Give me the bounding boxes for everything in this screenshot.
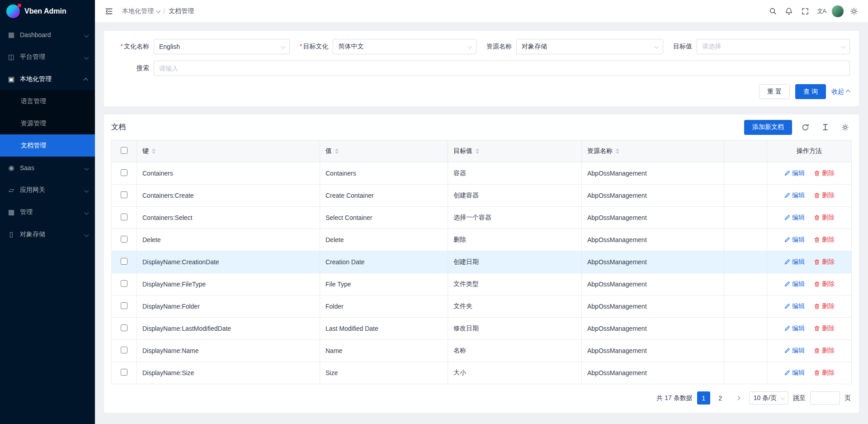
sidebar-item-localization[interactable]: ▣ 本地化管理 (0, 68, 95, 90)
edit-button[interactable]: 编辑 (784, 369, 805, 377)
delete-button[interactable]: 删除 (814, 369, 835, 377)
sidebar-item-gateway[interactable]: ▱ 应用网关 (0, 179, 95, 201)
delete-button[interactable]: 删除 (814, 191, 835, 200)
target-value-select[interactable]: 请选择 (697, 39, 850, 54)
chevron-down-icon (85, 209, 88, 216)
cell-target: 删除 (448, 229, 582, 251)
row-checkbox[interactable] (121, 324, 127, 331)
edit-button[interactable]: 编辑 (784, 347, 805, 355)
edit-button[interactable]: 编辑 (784, 280, 805, 288)
sidebar-item-saas[interactable]: ◉ Saas (0, 157, 95, 179)
cell-target: 文件夹 (448, 295, 582, 318)
documents-table: 键 值 目标值 资源名称 操作方法 (111, 140, 852, 384)
translate-icon[interactable]: 文A (815, 5, 828, 18)
sidebar-collapse-icon[interactable] (102, 5, 116, 18)
edit-button[interactable]: 编辑 (784, 324, 805, 333)
delete-button[interactable]: 删除 (814, 324, 835, 333)
next-page-button[interactable] (731, 391, 745, 405)
delete-button[interactable]: 删除 (814, 169, 835, 177)
row-checkbox[interactable] (121, 236, 127, 243)
table-row: DisplayName:Name Name 名称 AbpOssManagemen… (112, 340, 852, 362)
trash-icon (814, 348, 820, 354)
chevron-up-icon (85, 76, 88, 83)
row-checkbox[interactable] (121, 169, 127, 176)
table-header-row: 键 值 目标值 资源名称 操作方法 (112, 140, 852, 162)
row-checkbox[interactable] (121, 369, 127, 376)
sidebar-item-label: 应用网关 (20, 186, 45, 194)
delete-button[interactable]: 删除 (814, 280, 835, 288)
sort-icon[interactable] (616, 148, 619, 154)
delete-button[interactable]: 删除 (814, 347, 835, 355)
trash-icon (814, 303, 820, 310)
object-storage-icon: ▯ (7, 230, 15, 238)
management-icon: ▩ (7, 208, 15, 216)
row-checkbox[interactable] (121, 191, 127, 198)
edit-button[interactable]: 编辑 (784, 258, 805, 266)
refresh-icon[interactable] (798, 120, 812, 134)
app-root: Vben Admin ▦ Dashboard ◫ 平台管理 ▣ 本地化管理 语言… (0, 0, 868, 424)
culture-name-value: English (159, 43, 180, 50)
collapse-button[interactable]: 收起 (831, 88, 850, 96)
row-checkbox[interactable] (121, 280, 127, 287)
column-settings-gear-icon[interactable] (838, 120, 852, 134)
sort-icon[interactable] (335, 148, 339, 154)
column-header-target[interactable]: 目标值 (448, 140, 582, 162)
delete-button[interactable]: 删除 (814, 258, 835, 266)
sidebar-item-dashboard[interactable]: ▦ Dashboard (0, 24, 95, 46)
column-header-value[interactable]: 值 (320, 140, 448, 162)
edit-button[interactable]: 编辑 (784, 169, 805, 177)
page-buttons: 12 (697, 391, 727, 405)
notification-bell-icon[interactable] (782, 5, 796, 18)
row-select-cell (112, 251, 137, 273)
pencil-icon (784, 192, 790, 199)
row-checkbox[interactable] (121, 302, 127, 309)
delete-button[interactable]: 删除 (814, 302, 835, 310)
target-culture-select[interactable]: 简体中文 (333, 39, 476, 54)
edit-button[interactable]: 编辑 (784, 214, 805, 222)
sidebar-item-document-management[interactable]: 文档管理 (0, 134, 95, 157)
edit-button[interactable]: 编辑 (784, 236, 805, 244)
cell-resource: AbpOssManagement (582, 362, 724, 384)
query-button[interactable]: 查 询 (795, 84, 826, 99)
cell-key: DisplayName:LastModifiedDate (137, 318, 320, 340)
cell-resource: AbpOssManagement (582, 207, 724, 229)
cell-target: 容器 (448, 162, 582, 185)
target-value-field: 目标值 请选择 (673, 39, 850, 54)
pencil-icon (784, 170, 790, 176)
settings-gear-icon[interactable] (847, 5, 861, 18)
row-checkbox[interactable] (121, 214, 127, 220)
sidebar-item-language-management[interactable]: 语言管理 (0, 90, 95, 112)
page-size-select[interactable]: 10 条/页 (749, 391, 788, 405)
edit-button[interactable]: 编辑 (784, 302, 805, 310)
user-avatar[interactable] (831, 5, 844, 18)
column-header-resource[interactable]: 资源名称 (582, 140, 724, 162)
sidebar-item-platform[interactable]: ◫ 平台管理 (0, 46, 95, 68)
sort-icon[interactable] (476, 148, 479, 154)
fullscreen-icon[interactable] (798, 5, 812, 18)
resource-name-select[interactable]: 对象存储 (516, 39, 663, 54)
row-checkbox[interactable] (121, 347, 127, 353)
pagination-total: 共 17 条数据 (656, 394, 692, 402)
search-icon[interactable] (766, 5, 779, 18)
sidebar-item-management[interactable]: ▩ 管理 (0, 201, 95, 223)
delete-button[interactable]: 删除 (814, 214, 835, 222)
column-header-key[interactable]: 键 (137, 140, 320, 162)
edit-button[interactable]: 编辑 (784, 191, 805, 200)
reset-button[interactable]: 重 置 (759, 84, 790, 99)
sort-icon[interactable] (152, 148, 156, 154)
jump-page-input[interactable] (810, 391, 840, 405)
delete-button[interactable]: 删除 (814, 236, 835, 244)
select-all-checkbox[interactable] (121, 147, 127, 154)
app-logo[interactable]: Vben Admin (0, 0, 95, 23)
sidebar-item-object-storage[interactable]: ▯ 对象存储 (0, 223, 95, 245)
row-height-icon[interactable] (818, 120, 832, 134)
page-button-2[interactable]: 2 (714, 391, 727, 405)
culture-name-select[interactable]: English (154, 39, 290, 54)
add-document-button[interactable]: 添加新文档 (744, 120, 792, 135)
logo-icon (6, 5, 20, 18)
page-button-1[interactable]: 1 (697, 391, 710, 405)
sidebar-item-resource-management[interactable]: 资源管理 (0, 112, 95, 134)
row-checkbox[interactable] (121, 258, 127, 265)
search-input[interactable] (154, 61, 850, 76)
breadcrumb-parent[interactable]: 本地化管理 (122, 7, 160, 15)
